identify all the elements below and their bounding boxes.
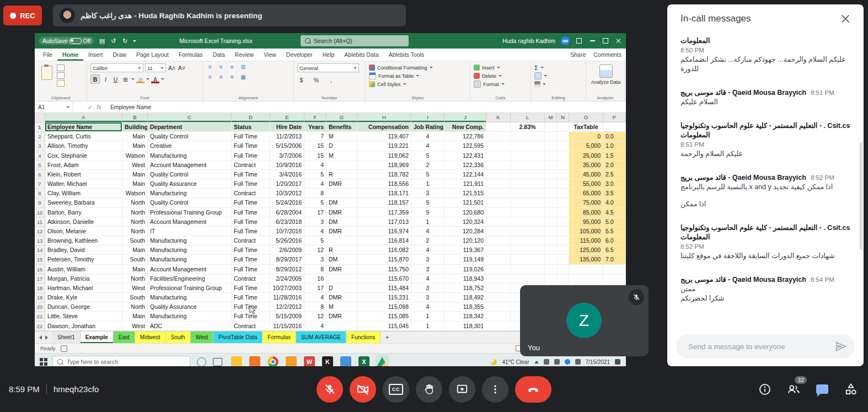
cell-N3[interactable] xyxy=(557,141,569,151)
volume-tray-icon[interactable] xyxy=(575,359,581,365)
cell-D22[interactable]: Contract xyxy=(232,322,270,331)
column-header-A[interactable]: A xyxy=(45,113,122,122)
comments-button[interactable]: Comments xyxy=(593,51,621,58)
cell-F3[interactable]: 15 xyxy=(304,141,326,151)
cell-O13[interactable]: 115,000 xyxy=(569,236,603,245)
sheet-tab-example[interactable]: Example xyxy=(81,331,114,343)
grow-font-icon[interactable]: A˄ xyxy=(168,64,176,72)
cell-B21[interactable]: Main xyxy=(122,312,148,321)
captions-button[interactable]: CC xyxy=(383,376,409,403)
cell-A22[interactable]: Dawson, Jonathan xyxy=(45,322,122,331)
taskbar-icon-excel[interactable]: X xyxy=(357,355,371,366)
cell-L13[interactable] xyxy=(511,236,545,245)
cell-D4[interactable]: Full Time xyxy=(232,151,270,160)
cell-I8[interactable]: 3 xyxy=(411,189,444,198)
percent-format-button[interactable]: % xyxy=(312,76,320,84)
cell-F19[interactable]: 4 xyxy=(304,293,326,302)
column-header-O[interactable]: O xyxy=(569,113,603,122)
cell-E16[interactable]: 8/29/2012 xyxy=(270,265,304,274)
cell-J2[interactable]: 122,786 xyxy=(444,132,486,141)
quick-access-caret-icon[interactable] xyxy=(133,40,136,42)
excel-search-box[interactable]: Search (Alt+Q) xyxy=(301,35,409,46)
header-cell-E1[interactable]: Hire Date xyxy=(270,122,304,132)
cell-K22[interactable] xyxy=(486,322,511,331)
conditional-formatting-button[interactable]: Conditional Formatting xyxy=(369,63,468,72)
cell-K20[interactable] xyxy=(486,302,511,312)
fill-color-icon[interactable]: ◇ xyxy=(136,75,144,83)
cell-C10[interactable]: Professional Training Group xyxy=(148,208,232,217)
cell-L17[interactable] xyxy=(511,274,545,283)
shrink-font-icon[interactable]: A˅ xyxy=(178,64,186,72)
cell-L6[interactable] xyxy=(511,170,545,179)
taskbar-icon-app-black[interactable]: K xyxy=(321,355,334,366)
sheet-tab-midwest[interactable]: Midwest xyxy=(135,331,166,343)
comma-format-button[interactable]: , xyxy=(327,76,335,84)
cell-A7[interactable]: Walter, Michael xyxy=(45,179,122,189)
close-chat-icon[interactable] xyxy=(840,14,850,24)
column-header-J[interactable]: J xyxy=(444,113,486,122)
cell-D3[interactable]: Full Time xyxy=(232,141,270,151)
cell-H8[interactable]: 118,171 xyxy=(357,189,411,198)
cell-B18[interactable]: West xyxy=(122,283,148,293)
taskbar-search[interactable]: Type here to search xyxy=(52,356,190,366)
cell-C16[interactable]: Account Management xyxy=(148,265,232,274)
row-number[interactable]: 5 xyxy=(35,160,45,170)
cell-F16[interactable]: 8 xyxy=(304,265,326,274)
cell-B17[interactable]: North xyxy=(122,274,148,283)
cell-F17[interactable]: 16 xyxy=(304,274,326,283)
cell-D18[interactable]: Full Time xyxy=(232,283,270,293)
cell-F9[interactable]: 5 xyxy=(304,198,326,207)
cell-N13[interactable] xyxy=(557,236,569,245)
cell-A16[interactable]: Austin, William xyxy=(45,265,122,274)
sheet-tab-functions[interactable]: Functions xyxy=(346,331,381,343)
cell-C22[interactable]: ADC xyxy=(148,322,232,331)
cell-D12[interactable]: Full Time xyxy=(232,227,270,236)
cell-K4[interactable] xyxy=(486,151,511,160)
cell-F7[interactable]: 4 xyxy=(304,179,326,189)
cell-F13[interactable]: 5 xyxy=(304,236,326,245)
cell-I4[interactable]: 5 xyxy=(411,151,444,160)
cell-N10[interactable] xyxy=(557,208,569,217)
row-number[interactable]: 1 xyxy=(35,122,45,132)
ribbon-tab-ablebits-tools[interactable]: Ablebits Tools xyxy=(384,49,430,61)
format-cells-button[interactable]: Format xyxy=(474,80,528,88)
column-header-I[interactable]: I xyxy=(411,113,444,122)
cell-E11[interactable]: 6/23/2018 xyxy=(270,217,304,227)
cell-A5[interactable]: Frost, Adam xyxy=(45,160,122,170)
sheet-nav-arrows[interactable] xyxy=(35,331,52,343)
sheet-tab-formulas[interactable]: Formulas xyxy=(262,331,296,343)
cell-J3[interactable]: 122,595 xyxy=(444,141,486,151)
cell-M14[interactable] xyxy=(545,245,557,255)
cell-G3[interactable]: D xyxy=(326,141,357,151)
sheet-tab-west[interactable]: West xyxy=(191,331,214,343)
cell-M4[interactable] xyxy=(545,151,557,160)
cancel-entry-icon[interactable] xyxy=(79,105,82,109)
cell-D2[interactable]: Full Time xyxy=(232,132,270,141)
row-number[interactable]: 10 xyxy=(35,208,45,217)
cell-M11[interactable] xyxy=(545,217,557,227)
cell-F18[interactable]: 17 xyxy=(304,283,326,293)
taskbar-icon-file-explorer[interactable] xyxy=(230,355,243,366)
cell-D15[interactable]: Full Time xyxy=(232,255,270,264)
row-number[interactable]: 2 xyxy=(35,132,45,141)
cell-P2[interactable]: 0.0 xyxy=(603,132,626,141)
font-color-caret-icon[interactable] xyxy=(161,78,164,80)
cell-O10[interactable]: 85,000 xyxy=(569,208,603,217)
autosave-toggle[interactable]: AutoSave Off xyxy=(39,37,94,45)
cell-O6[interactable]: 45,000 xyxy=(569,170,603,179)
cell-C15[interactable]: Manufacturing xyxy=(148,255,232,264)
row-number[interactable]: 9 xyxy=(35,198,45,207)
cell-M16[interactable] xyxy=(545,265,557,274)
cell-E8[interactable]: 10/3/2012 xyxy=(270,189,304,198)
borders-icon[interactable]: ⊞ xyxy=(121,75,130,83)
cell-K6[interactable] xyxy=(486,170,511,179)
cell-I17[interactable]: 4 xyxy=(411,274,444,283)
cell-K12[interactable] xyxy=(486,227,511,236)
cell-E18[interactable]: 10/27/2003 xyxy=(270,283,304,293)
ribbon-tab-insert[interactable]: Insert xyxy=(83,49,108,61)
cortana-icon[interactable] xyxy=(197,357,206,367)
workbook-title[interactable]: Microsoft Excel Training.xlsx xyxy=(179,38,252,44)
select-all-corner[interactable] xyxy=(35,113,45,122)
accessibility-checker-icon[interactable] xyxy=(61,345,67,352)
cell-K19[interactable] xyxy=(486,293,511,302)
